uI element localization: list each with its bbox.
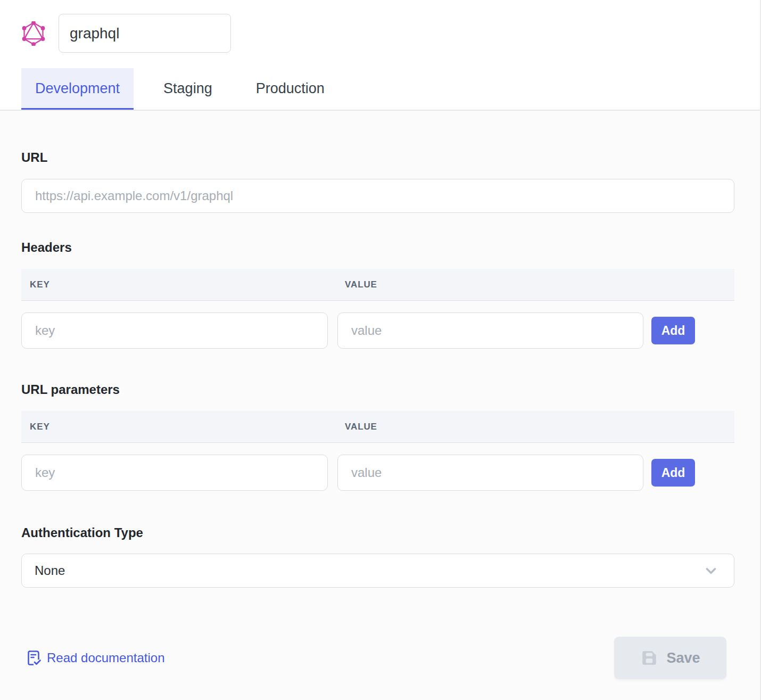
headers-label: Headers — [21, 240, 734, 255]
datasource-name-row — [21, 14, 761, 53]
url-parameters-input-row: Add — [21, 455, 734, 491]
graphql-icon — [21, 21, 46, 46]
headers-key-input[interactable] — [21, 312, 328, 349]
read-documentation-label: Read documentation — [47, 650, 164, 665]
read-documentation-link[interactable]: Read documentation — [27, 650, 164, 666]
datasource-name-input[interactable] — [59, 14, 231, 53]
authentication-type-selected-value: None — [35, 563, 65, 578]
headers-table-header: KEY VALUE — [21, 269, 734, 301]
form-footer: Read documentation Save — [21, 637, 734, 679]
tab-development[interactable]: Development — [21, 68, 134, 110]
headers-key-column-header: KEY — [30, 279, 345, 290]
tab-staging[interactable]: Staging — [150, 68, 226, 110]
url-parameters-value-column-header: VALUE — [345, 422, 377, 432]
chevron-down-icon — [703, 563, 719, 579]
url-parameters-table-header: KEY VALUE — [21, 411, 734, 443]
url-parameters-label: URL parameters — [21, 382, 734, 397]
headers-value-input[interactable] — [337, 312, 643, 349]
url-parameters-key-column-header: KEY — [30, 422, 345, 432]
url-label: URL — [21, 150, 734, 165]
url-parameters-value-input[interactable] — [337, 455, 643, 491]
document-check-icon — [27, 650, 42, 666]
url-input[interactable] — [21, 179, 734, 213]
headers-add-button[interactable]: Add — [651, 317, 695, 344]
environment-tabs: Development Staging Production — [21, 68, 761, 110]
headers-value-column-header: VALUE — [345, 279, 377, 290]
save-button[interactable]: Save — [614, 637, 726, 679]
url-parameters-key-input[interactable] — [21, 455, 328, 491]
authentication-type-select[interactable]: None — [21, 554, 734, 588]
datasource-header: Development Staging Production — [0, 0, 761, 111]
url-parameters-add-button[interactable]: Add — [651, 459, 695, 487]
datasource-form: URL Headers KEY VALUE Add URL parameters… — [0, 150, 761, 679]
floppy-disk-icon — [640, 649, 658, 667]
authentication-type-label: Authentication Type — [21, 525, 734, 540]
tab-production[interactable]: Production — [242, 68, 338, 110]
headers-input-row: Add — [21, 312, 734, 349]
save-button-label: Save — [666, 650, 700, 666]
